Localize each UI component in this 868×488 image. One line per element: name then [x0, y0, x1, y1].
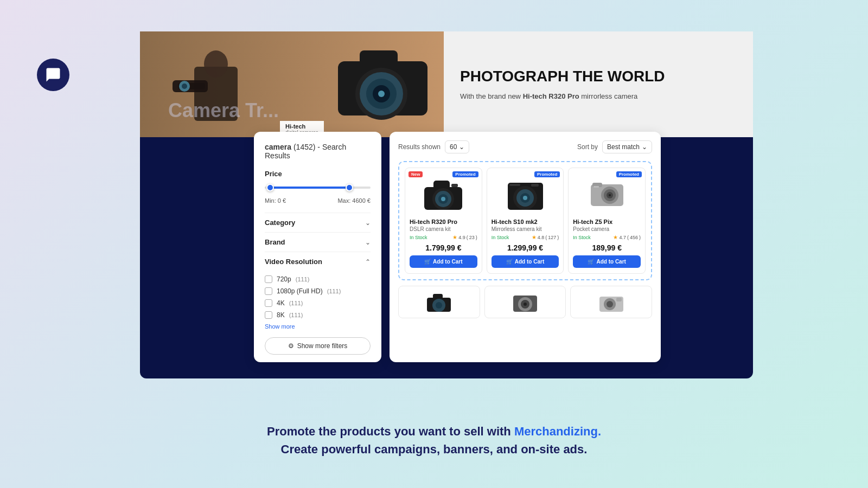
product-status-0: In Stock ★ 4.9 (23) — [410, 234, 477, 240]
brand-chevron-icon: ⌄ — [365, 239, 371, 246]
resolution-chevron-icon: ⌃ — [365, 258, 371, 266]
product-name-1: Hi-tech S10 mk2 — [492, 219, 559, 225]
product-card-s10: Promoted Hi-tech S10 mk2 Mirrorless came… — [487, 168, 564, 274]
product-name-0: Hi-tech R320 Pro — [410, 219, 477, 225]
promoted-badge-2: Promoted — [616, 171, 642, 177]
product-card-r320: New Promoted Hi-tech R320 Pro DSLR camer… — [405, 168, 482, 274]
chat-icon — [45, 67, 61, 83]
resolution-8k[interactable]: 8K (111) — [265, 311, 371, 319]
price-label: Price — [265, 170, 371, 178]
product-name-2: Hi-tech Z5 Pix — [573, 219, 641, 225]
product-price-2: 189,99 € — [573, 243, 641, 252]
svg-point-1 — [204, 50, 228, 78]
brand-filter-row[interactable]: Brand ⌄ — [265, 232, 371, 252]
product-type-1: Mirrorless camera kit — [492, 226, 559, 232]
show-more-resolution[interactable]: Show more — [265, 323, 371, 330]
filter-icon: ⚙ — [288, 342, 294, 350]
star-icon-2: ★ — [613, 234, 618, 240]
product-image-mirrorless — [492, 174, 559, 214]
checkbox-4k[interactable] — [265, 299, 272, 307]
svg-rect-3 — [173, 80, 208, 92]
svg-rect-45 — [616, 298, 622, 301]
promoted-badge-1: Promoted — [534, 171, 560, 177]
banner-camera — [333, 40, 433, 121]
results-controls: Results shown 60 ⌄ Sort by Best match ⌄ — [398, 140, 652, 153]
photographer-silhouette — [162, 45, 270, 137]
rating-0: ★ 4.9 (23) — [452, 234, 477, 240]
resolution-4k[interactable]: 4K (111) — [265, 299, 371, 307]
add-to-cart-0[interactable]: 🛒 Add to Cart — [410, 255, 477, 268]
price-filter: Price Min: 0 € Max: 4600 € — [265, 170, 371, 204]
products-row-2 — [398, 286, 652, 318]
checkbox-720p[interactable] — [265, 275, 272, 283]
category-label: Category — [265, 219, 295, 227]
in-stock-0: In Stock — [410, 235, 427, 240]
svg-point-41 — [524, 303, 527, 306]
product-card-mini-1 — [484, 286, 566, 318]
sort-select[interactable]: Best match ⌄ — [602, 140, 652, 153]
product-type-2: Pocket camera — [573, 226, 641, 232]
search-results-header: camera (1452) - Search Results — [265, 143, 371, 160]
svg-rect-19 — [451, 184, 458, 187]
svg-point-37 — [436, 302, 442, 309]
banner-title: PHOTOGRAPH THE WORLD — [460, 67, 737, 86]
resolution-720p[interactable]: 720p (111) — [265, 275, 371, 283]
product-price-0: 1.799,99 € — [410, 243, 477, 252]
chat-bubble-icon[interactable] — [37, 59, 69, 91]
promo-line-1: Promote the products you want to sell wi… — [0, 422, 868, 440]
svg-point-18 — [441, 197, 445, 201]
promo-line-2: Create powerful campaigns, banners, and … — [0, 440, 868, 458]
svg-point-24 — [523, 196, 527, 200]
product-type-0: DSLR camera kit — [410, 226, 477, 232]
product-price-1: 1.299,99 € — [492, 243, 559, 252]
new-badge: New — [409, 171, 423, 177]
add-to-cart-2[interactable]: 🛒 Add to Cart — [573, 255, 641, 268]
price-thumb-max[interactable] — [346, 184, 353, 191]
banner-text-area: PHOTOGRAPH THE WORLD With the brand new … — [444, 31, 753, 137]
svg-point-5 — [182, 84, 187, 89]
show-more-filters-button[interactable]: ⚙ Show more filters — [265, 337, 371, 355]
results-shown-label: Results shown — [398, 143, 441, 151]
search-query: camera — [265, 143, 291, 151]
price-slider[interactable] — [265, 182, 371, 193]
add-to-cart-1[interactable]: 🛒 Add to Cart — [492, 255, 559, 268]
checkbox-1080p[interactable] — [265, 287, 272, 295]
cart-icon-0: 🛒 — [424, 259, 431, 265]
product-status-1: In Stock ★ 4.8 (127) — [492, 234, 559, 240]
product-image-compact — [573, 174, 641, 214]
product-status-2: In Stock ★ 4.7 (456) — [573, 234, 641, 240]
mini-camera-3-svg — [598, 291, 625, 313]
banner-subtitle: With the brand new Hi-tech R320 Pro mirr… — [460, 91, 737, 102]
brand-label: Brand — [265, 238, 285, 246]
svg-rect-25 — [531, 184, 539, 187]
star-icon-1: ★ — [532, 234, 537, 240]
promoted-badge-0: Promoted — [452, 171, 478, 177]
checkbox-8k[interactable] — [265, 311, 272, 319]
in-stock-2: In Stock — [573, 235, 591, 240]
price-thumb-min[interactable] — [266, 184, 274, 191]
rating-1: ★ 4.8 (127) — [532, 234, 559, 240]
results-panel: Results shown 60 ⌄ Sort by Best match ⌄ … — [390, 132, 661, 362]
rating-2: ★ 4.7 (456) — [613, 234, 641, 240]
video-resolution-header[interactable]: Video Resolution ⌃ — [265, 252, 371, 271]
promoted-products-container: New Promoted Hi-tech R320 Pro DSLR camer… — [398, 161, 652, 280]
in-stock-1: In Stock — [492, 235, 509, 240]
results-per-page-select[interactable]: 60 ⌄ — [445, 140, 469, 153]
price-values: Min: 0 € Max: 4600 € — [265, 197, 371, 204]
compact-camera-svg — [588, 179, 626, 209]
filter-panel: camera (1452) - Search Results Price Min… — [254, 132, 381, 362]
bottom-promo-text: Promote the products you want to sell wi… — [0, 422, 868, 458]
slider-fill — [270, 187, 349, 189]
product-card-z5: Promoted Hi-tech Z5 Pix Pocket camera — [568, 168, 646, 274]
cart-icon-2: 🛒 — [588, 259, 594, 265]
svg-point-44 — [607, 301, 613, 307]
sort-controls: Sort by Best match ⌄ — [577, 140, 652, 153]
cart-icon-1: 🛒 — [506, 259, 513, 265]
product-image-dslr — [410, 174, 477, 214]
dropdown-icon: ⌄ — [459, 143, 464, 151]
sort-dropdown-icon: ⌄ — [642, 143, 647, 151]
mini-dslr-svg — [425, 291, 452, 313]
resolution-1080p[interactable]: 1080p (Full HD) (111) — [265, 287, 371, 295]
svg-rect-26 — [509, 184, 520, 186]
category-filter-row[interactable]: Category ⌄ — [265, 213, 371, 232]
